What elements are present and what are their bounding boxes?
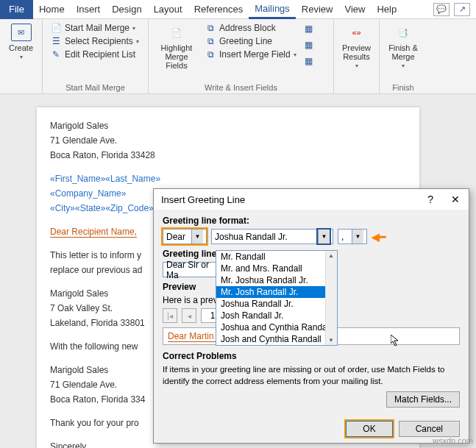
finish-icon: 📑 <box>393 24 413 41</box>
tab-review[interactable]: Review <box>296 0 339 19</box>
name-format-select[interactable]: Joshua Randall Jr.▼ <box>211 229 333 244</box>
dropdown-item[interactable]: Mr. Randall <box>216 251 337 263</box>
start-mail-merge-button[interactable]: 📄Start Mail Merge▾ <box>49 22 141 34</box>
tab-references[interactable]: References <box>188 0 249 19</box>
address-block-button[interactable]: ⧉Address Block <box>203 22 298 34</box>
correct-problems-text: If items in your greeting line are missi… <box>163 364 460 387</box>
prev-record-button[interactable]: ◂ <box>182 308 196 323</box>
sender-line: Marigold Sales <box>50 119 406 132</box>
chevron-down-icon: ▼ <box>191 230 203 243</box>
highlight-icon: 📄 <box>166 24 187 41</box>
dropdown-item[interactable]: Joshua Randall Jr. <box>216 298 337 310</box>
dropdown-item[interactable]: Joshua and Cynthia Randall <box>216 321 337 333</box>
first-record-button[interactable]: |◂ <box>163 308 177 323</box>
scrollbar[interactable] <box>325 251 337 345</box>
doc-merge-icon: 📄 <box>50 23 62 33</box>
ribbon: ✉ Create ▾ 📄Start Mail Merge▾ ☰Select Re… <box>0 19 476 94</box>
chevron-down-icon: ▼ <box>352 230 363 243</box>
insert-merge-field-button[interactable]: ⧉Insert Merge Field▾ <box>203 49 298 60</box>
envelope-icon: ✉ <box>11 24 32 41</box>
match-fields-icon[interactable]: ▦ <box>302 38 316 51</box>
name-format-dropdown: Mr. Randall Mr. and Mrs. Randall Mr. Jos… <box>216 250 338 346</box>
correct-problems-label: Correct Problems <box>163 351 460 361</box>
tab-home[interactable]: Home <box>33 0 71 19</box>
greeting-icon: ⧉ <box>205 36 216 46</box>
help-button[interactable]: ? <box>423 193 438 205</box>
ok-button[interactable]: OK <box>346 421 392 437</box>
tab-insert[interactable]: Insert <box>71 0 107 19</box>
annotation-arrow-icon: ◀━ <box>372 231 386 243</box>
insert-greeting-line-dialog: Insert Greeting Line ? ✕ Greeting line f… <box>153 188 469 444</box>
punctuation-select[interactable]: ,▼ <box>338 229 367 244</box>
dropdown-item[interactable]: Josh Randall Jr. <box>216 310 337 321</box>
greeting-placeholder: Dear Recipient Name, <box>50 227 137 238</box>
tab-mailings[interactable]: Mailings <box>249 0 296 19</box>
dialog-title-text: Insert Greeting Line <box>161 194 245 205</box>
preview-results-button[interactable]: «» Preview Results ▾ <box>340 22 373 72</box>
insert-field-icon: ⧉ <box>205 49 216 60</box>
tab-bar: File Home Insert Design Layout Reference… <box>0 0 476 19</box>
update-labels-icon[interactable]: ▦ <box>302 54 316 68</box>
tab-view[interactable]: View <box>338 0 371 19</box>
recipients-icon: ☰ <box>50 36 62 46</box>
greeting-line-button[interactable]: ⧉Greeting Line <box>203 35 298 47</box>
dropdown-item[interactable]: Mr. Joshua Randall Jr. <box>216 274 337 286</box>
group-label-start: Start Mail Merge <box>49 82 142 92</box>
dialog-titlebar[interactable]: Insert Greeting Line ? ✕ <box>154 189 469 210</box>
share-icon[interactable]: ↗ <box>454 3 470 16</box>
tab-design[interactable]: Design <box>106 0 147 19</box>
invalid-greeting-select[interactable]: Dear Sir or Ma <box>163 262 221 277</box>
sender-line: 71 Glendale Ave. <box>50 134 406 147</box>
dropdown-item[interactable]: Mr. and Mrs. Randall <box>216 263 337 274</box>
select-recipients-button[interactable]: ☰Select Recipients▾ <box>49 35 141 47</box>
watermark: wsxdn.com <box>433 436 473 445</box>
format-label: Greeting line format: <box>163 216 460 226</box>
dropdown-item-selected[interactable]: Mr. Josh Randall Jr. <box>216 286 337 298</box>
group-label-write: Write & Insert Fields <box>154 82 327 92</box>
chevron-down-icon: ▼ <box>318 230 330 243</box>
sender-line: Boca Raton, Florida 33428 <box>50 149 406 162</box>
comments-icon[interactable]: 💬 <box>433 3 450 16</box>
address-icon: ⧉ <box>205 23 216 33</box>
highlight-merge-fields-button[interactable]: 📄 Highlight Merge Fields <box>154 22 199 71</box>
edit-recipient-list-button[interactable]: ✎Edit Recipient List <box>49 49 141 60</box>
chevron-down-icon: ▾ <box>20 53 23 62</box>
tab-layout[interactable]: Layout <box>148 0 188 19</box>
merge-field: «First_Name»«Last_Name» <box>50 172 406 185</box>
salutation-select[interactable]: Dear▼ <box>163 229 207 244</box>
finish-merge-button[interactable]: 📑 Finish & Merge ▾ <box>386 22 421 72</box>
edit-list-icon: ✎ <box>50 49 62 60</box>
preview-icon: «» <box>347 24 367 41</box>
cancel-button[interactable]: Cancel <box>399 421 460 437</box>
dropdown-item[interactable]: Josh and Cynthia Randall <box>216 333 337 345</box>
create-button[interactable]: ✉ Create ▾ <box>6 22 36 63</box>
file-tab[interactable]: File <box>0 0 33 19</box>
close-button[interactable]: ✕ <box>447 193 464 205</box>
rules-icon[interactable]: ▦ <box>302 22 316 35</box>
group-label-finish: Finish <box>386 82 421 92</box>
match-fields-button[interactable]: Match Fields... <box>386 391 460 408</box>
tab-help[interactable]: Help <box>371 0 402 19</box>
